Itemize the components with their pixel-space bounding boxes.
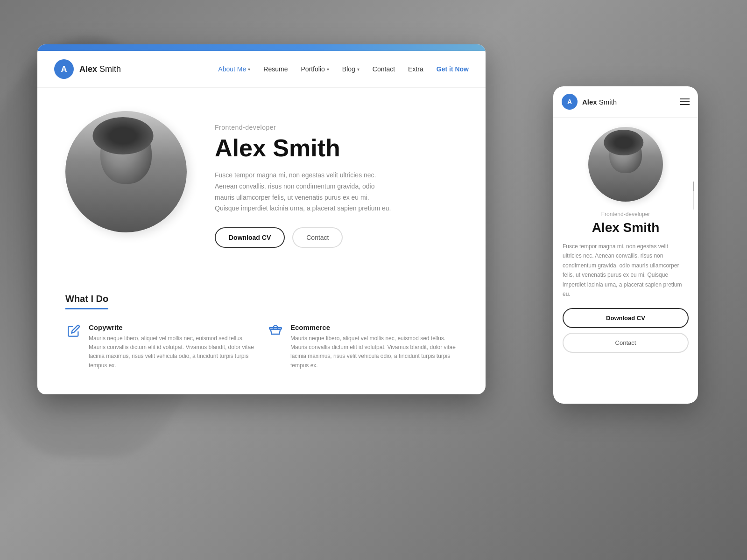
chevron-down-icon: ▾ [327, 67, 329, 72]
chevron-down-icon: ▾ [357, 67, 359, 72]
mobile-scrollbar[interactable] [693, 182, 694, 210]
hero-subtitle: Frontend-developer [215, 124, 448, 131]
nav-link-portfolio[interactable]: Portfolio ▾ [301, 65, 329, 73]
hero-section: Frontend-developer Alex Smith Fusce temp… [37, 88, 486, 284]
mobile-hero-description: Fusce tempor magna mi, non egestas velit… [563, 242, 689, 299]
nav-link-get-it-now[interactable]: Get it Now [437, 65, 469, 73]
header-bar [37, 44, 486, 51]
hamburger-line-3 [680, 104, 690, 105]
services-grid: Copywrite Mauris neque libero, aliquet v… [65, 323, 458, 370]
hero-description: Fusce tempor magna mi, non egestas velit… [215, 170, 392, 214]
desktop-nav: A Alex Smith About Me ▾ Resume Portfolio… [37, 51, 486, 88]
mobile-logo-avatar[interactable]: A [562, 94, 578, 110]
mobile-avatar-image [588, 127, 663, 202]
mobile-window: A Alex Smith Frontend-developer Alex Smi… [553, 86, 698, 404]
mobile-logo-name[interactable]: Alex Smith [582, 98, 617, 106]
avatar-container [65, 111, 187, 260]
contact-button[interactable]: Contact [292, 227, 343, 248]
store-icon [267, 323, 284, 340]
what-i-do-section: What I Do Copywrite Mauris neque libero,… [37, 284, 486, 389]
mobile-scrollbar-thumb [693, 182, 694, 191]
nav-links: About Me ▾ Resume Portfolio ▾ Blog ▾ Con… [218, 65, 469, 73]
service-title-ecommerce: Ecommerce [290, 323, 458, 331]
avatar-image [65, 111, 187, 232]
download-cv-button[interactable]: Download CV [215, 227, 285, 248]
mobile-content: Frontend-developer Alex Smith Fusce temp… [553, 118, 698, 403]
hamburger-menu-button[interactable] [680, 98, 690, 105]
svg-rect-0 [269, 328, 282, 329]
service-item-copywrite: Copywrite Mauris neque libero, aliquet v… [65, 323, 256, 370]
service-title-copywrite: Copywrite [89, 323, 256, 331]
nav-link-contact[interactable]: Contact [373, 65, 395, 73]
desktop-window: A Alex Smith About Me ▾ Resume Portfolio… [37, 44, 486, 394]
logo-name[interactable]: Alex Smith [79, 64, 121, 74]
mobile-nav: A Alex Smith [553, 86, 698, 118]
mobile-hero-subtitle: Frontend-developer [563, 211, 689, 217]
service-text-ecommerce: Ecommerce Mauris neque libero, aliquet v… [290, 323, 458, 370]
hero-name: Alex Smith [215, 135, 448, 161]
mobile-avatar-circle [588, 127, 663, 202]
nav-link-extra[interactable]: Extra [408, 65, 423, 73]
hero-buttons: Download CV Contact [215, 227, 448, 248]
nav-link-resume[interactable]: Resume [263, 65, 288, 73]
nav-link-about[interactable]: About Me ▾ [218, 65, 250, 73]
avatar-circle [65, 111, 187, 232]
section-title: What I Do [65, 294, 108, 309]
nav-link-blog[interactable]: Blog ▾ [342, 65, 359, 73]
hamburger-line-2 [680, 101, 690, 102]
mobile-hero-name: Alex Smith [563, 220, 689, 235]
service-text-copywrite: Copywrite Mauris neque libero, aliquet v… [89, 323, 256, 370]
hamburger-line-1 [680, 98, 690, 99]
service-item-ecommerce: Ecommerce Mauris neque libero, aliquet v… [267, 323, 458, 370]
hero-content: Frontend-developer Alex Smith Fusce temp… [215, 124, 448, 248]
service-desc-ecommerce: Mauris neque libero, aliquet vel mollis … [290, 334, 458, 370]
mobile-contact-button[interactable]: Contact [563, 333, 689, 353]
mobile-download-cv-button[interactable]: Download CV [563, 308, 689, 328]
logo-avatar[interactable]: A [54, 59, 74, 79]
service-desc-copywrite: Mauris neque libero, aliquet vel mollis … [89, 334, 256, 370]
pencil-icon [65, 323, 82, 340]
chevron-down-icon: ▾ [248, 67, 250, 72]
